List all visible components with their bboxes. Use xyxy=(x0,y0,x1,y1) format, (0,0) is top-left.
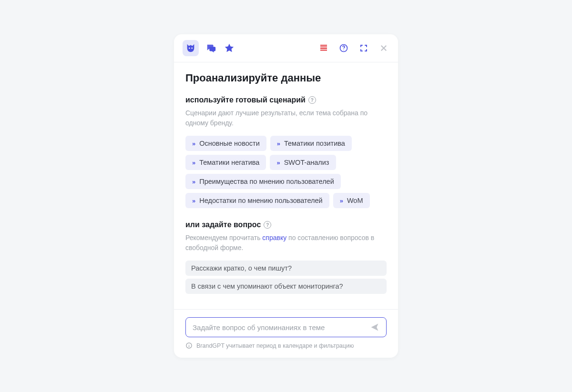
question-circle-icon xyxy=(339,43,348,53)
chevron-right-icon: » xyxy=(276,159,280,166)
chevron-right-icon: » xyxy=(340,197,343,204)
svg-point-7 xyxy=(343,50,344,50)
chip-label: Тематики негатива xyxy=(199,159,259,166)
example-question-2[interactable]: В связи с чем упоминают объект мониторин… xyxy=(185,279,387,294)
send-icon xyxy=(370,322,379,332)
expand-icon xyxy=(359,44,368,52)
favorites-button[interactable] xyxy=(224,42,235,54)
close-button[interactable] xyxy=(378,42,389,54)
toolbar-right xyxy=(318,42,389,54)
chat-panel: Проанализируйте данные используйте готов… xyxy=(174,34,398,358)
example-question-1[interactable]: Расскажи кратко, о чем пишут? xyxy=(185,261,387,276)
question-heading: или задайте вопрос ? xyxy=(185,221,387,229)
expand-button[interactable] xyxy=(358,42,369,54)
example-questions: Расскажи кратко, о чем пишут? В связи с … xyxy=(185,261,387,294)
chip-negative-topics[interactable]: » Тематики негатива xyxy=(185,155,266,170)
scenario-heading-text: используйте готовый сценарий xyxy=(185,96,306,104)
chip-disadvantages[interactable]: » Недостатки по мнению пользователей xyxy=(185,193,329,208)
input-wrapper xyxy=(185,317,387,337)
info-icon xyxy=(185,342,193,349)
scenario-chips: » Основные новости » Тематики позитива »… xyxy=(185,136,387,208)
question-heading-text: или задайте вопрос xyxy=(185,221,261,229)
page-title: Проанализируйте данные xyxy=(185,72,387,84)
chevron-right-icon: » xyxy=(192,159,195,166)
chevron-right-icon: » xyxy=(192,178,195,185)
toolbar xyxy=(174,34,398,62)
svg-point-10 xyxy=(189,344,189,344)
chip-wom[interactable]: » WoM xyxy=(333,193,370,208)
star-icon xyxy=(224,43,235,53)
chip-label: SWOT-анализ xyxy=(284,159,329,166)
send-button[interactable] xyxy=(370,322,379,332)
lines-button[interactable] xyxy=(318,42,329,54)
fox-icon xyxy=(185,43,196,53)
footer: BrandGPT учитывает период в календаре и … xyxy=(174,310,398,358)
chip-advantages[interactable]: » Преимущества по мнению пользователей xyxy=(185,174,341,189)
svg-point-0 xyxy=(189,48,190,49)
chevron-right-icon: » xyxy=(192,197,195,204)
logo-button[interactable] xyxy=(183,40,199,56)
svg-point-1 xyxy=(192,48,193,49)
chip-label: WoM xyxy=(347,197,363,204)
question-input[interactable] xyxy=(193,323,365,332)
chip-label: Основные новости xyxy=(199,140,260,147)
chevron-right-icon: » xyxy=(192,140,195,147)
scenario-heading: используйте готовый сценарий ? xyxy=(185,96,387,104)
lines-icon xyxy=(319,44,328,52)
desc-prefix: Рекомендуем прочитать xyxy=(185,234,262,241)
chip-main-news[interactable]: » Основные новости xyxy=(185,136,266,151)
chip-swot[interactable]: » SWOT-анализ xyxy=(270,155,336,170)
help-icon[interactable]: ? xyxy=(264,221,271,229)
chip-label: Тематики позитива xyxy=(284,140,345,147)
footnote-text: BrandGPT учитывает период в календаре и … xyxy=(196,342,354,349)
toolbar-left xyxy=(183,40,235,56)
chevron-right-icon: » xyxy=(277,140,280,147)
scenario-description: Сценарии дают лучшие результаты, если те… xyxy=(185,108,387,128)
messages-button[interactable] xyxy=(205,42,217,54)
close-icon xyxy=(379,44,388,52)
chip-label: Недостатки по мнению пользователей xyxy=(199,197,322,204)
chip-label: Преимущества по мнению пользователей xyxy=(199,178,334,185)
help-link[interactable]: справку xyxy=(262,234,286,241)
content: Проанализируйте данные используйте готов… xyxy=(174,62,398,304)
messages-icon xyxy=(206,43,216,53)
footnote: BrandGPT учитывает период в календаре и … xyxy=(185,342,387,349)
chip-positive-topics[interactable]: » Тематики позитива xyxy=(270,136,352,151)
help-button[interactable] xyxy=(338,42,349,54)
question-description: Рекомендуем прочитать справку по составл… xyxy=(185,233,387,253)
help-icon[interactable]: ? xyxy=(308,96,316,104)
